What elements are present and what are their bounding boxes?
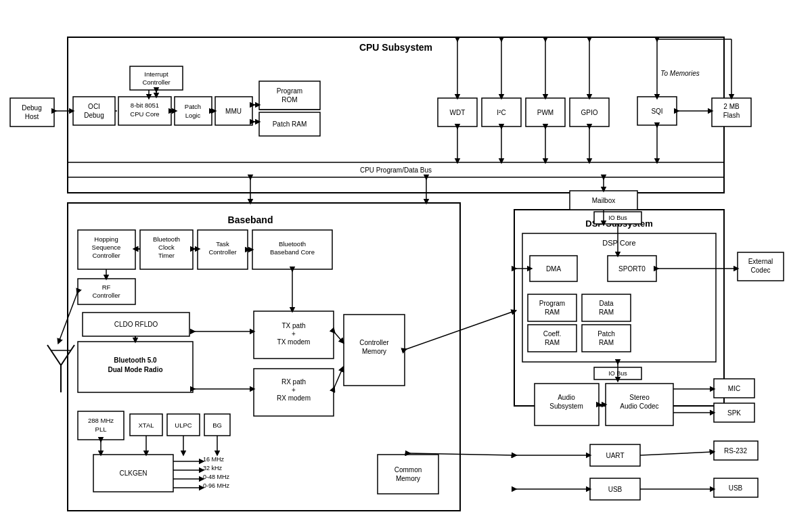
svg-text:ULPC: ULPC [175, 421, 191, 429]
svg-text:BG: BG [212, 421, 222, 429]
svg-text:RAM: RAM [545, 339, 560, 346]
svg-text:DSP Subsystem: DSP Subsystem [585, 218, 652, 229]
svg-rect-134 [378, 455, 438, 494]
svg-text:CPU Core: CPU Core [130, 110, 159, 118]
svg-rect-40 [570, 98, 609, 127]
svg-rect-119 [204, 414, 230, 436]
svg-rect-4 [68, 162, 724, 177]
svg-text:To Memories: To Memories [660, 70, 699, 77]
svg-rect-107 [83, 313, 189, 336]
svg-text:Logic: Logic [185, 112, 201, 119]
svg-text:Patch RAM: Patch RAM [273, 120, 307, 128]
svg-text:USB: USB [729, 484, 743, 492]
svg-text:+: + [292, 330, 296, 338]
svg-rect-127 [254, 369, 334, 416]
svg-rect-44 [712, 98, 751, 127]
svg-text:DSP Core: DSP Core [602, 239, 635, 247]
svg-line-175 [640, 452, 713, 455]
svg-text:MMU: MMU [225, 108, 242, 115]
svg-text:Controller: Controller [359, 339, 389, 346]
svg-text:SPORT0: SPORT0 [618, 265, 646, 273]
svg-text:Controller: Controller [92, 292, 120, 299]
svg-rect-24 [175, 97, 212, 125]
svg-text:DMA: DMA [546, 265, 562, 273]
svg-text:Controller: Controller [208, 248, 236, 256]
svg-rect-61 [582, 294, 631, 321]
svg-rect-67 [582, 325, 631, 352]
svg-rect-2 [68, 37, 724, 193]
svg-text:Hopping: Hopping [94, 235, 118, 243]
svg-text:WDT: WDT [450, 109, 466, 116]
svg-text:Audio: Audio [558, 394, 575, 401]
svg-text:UART: UART [606, 452, 624, 459]
svg-text:0-48 MHz: 0-48 MHz [203, 474, 230, 480]
svg-text:Memory: Memory [396, 475, 420, 482]
svg-line-184 [334, 369, 342, 389]
svg-text:OCI: OCI [88, 103, 100, 110]
svg-text:USB: USB [608, 486, 623, 493]
svg-text:Patch: Patch [185, 103, 201, 110]
svg-rect-70 [594, 367, 641, 380]
svg-text:Data: Data [599, 300, 614, 307]
svg-text:PWM: PWM [537, 109, 554, 116]
svg-rect-115 [130, 414, 162, 436]
svg-text:288 MHz: 288 MHz [88, 417, 114, 424]
svg-text:Program: Program [539, 300, 565, 307]
svg-rect-29 [259, 81, 320, 110]
svg-text:CLDO  RFLDO: CLDO RFLDO [114, 321, 158, 328]
svg-text:Stereo: Stereo [629, 394, 650, 401]
svg-text:RF: RF [102, 283, 111, 291]
svg-text:Controller: Controller [92, 252, 120, 259]
svg-text:32 kHz: 32 kHz [203, 465, 223, 472]
svg-text:IO Bus: IO Bus [608, 370, 627, 377]
diagram: CPU Subsystem CPU Program/Data Bus Baseb… [0, 0, 812, 529]
svg-rect-84 [590, 478, 640, 500]
svg-text:SPK: SPK [727, 409, 741, 417]
svg-rect-121 [93, 455, 173, 492]
svg-text:Host: Host [25, 113, 39, 120]
svg-text:Task: Task [216, 240, 229, 248]
svg-line-181 [59, 292, 78, 342]
svg-text:Patch: Patch [597, 330, 615, 338]
svg-rect-58 [528, 294, 577, 321]
svg-text:Flash: Flash [723, 112, 740, 119]
svg-rect-88 [714, 478, 758, 497]
svg-text:I²C: I²C [497, 109, 505, 116]
svg-rect-12 [10, 98, 54, 127]
svg-rect-42 [637, 97, 677, 125]
svg-text:RS-232: RS-232 [724, 447, 747, 455]
svg-text:RAM: RAM [599, 339, 614, 346]
svg-rect-98 [198, 230, 248, 269]
svg-text:Clock: Clock [158, 244, 175, 251]
svg-text:PLL: PLL [95, 426, 107, 433]
svg-rect-123 [254, 311, 334, 359]
svg-text:Bluetooth: Bluetooth [279, 240, 306, 248]
svg-rect-32 [259, 112, 320, 136]
svg-rect-90 [78, 230, 135, 269]
svg-rect-47 [570, 191, 637, 210]
svg-rect-18 [118, 97, 171, 125]
svg-text:Program: Program [277, 87, 302, 95]
svg-rect-51 [530, 256, 577, 281]
svg-text:IO Bus: IO Bus [608, 214, 627, 221]
svg-rect-38 [526, 98, 565, 127]
svg-rect-27 [215, 97, 252, 125]
svg-line-183 [334, 331, 342, 342]
svg-text:External: External [748, 258, 773, 265]
svg-rect-101 [252, 230, 332, 269]
svg-rect-64 [528, 325, 577, 352]
svg-text:CPU Program/Data Bus: CPU Program/Data Bus [360, 166, 432, 174]
svg-line-185 [405, 311, 514, 350]
svg-text:RAM: RAM [545, 308, 560, 316]
svg-text:RX path: RX path [281, 378, 306, 386]
svg-rect-55 [738, 252, 784, 281]
svg-text:RAM: RAM [599, 308, 614, 316]
svg-rect-21 [130, 66, 183, 90]
svg-text:Baseband Core: Baseband Core [270, 248, 315, 256]
svg-text:Coeff.: Coeff. [543, 330, 562, 338]
svg-text:TX path: TX path [281, 322, 305, 329]
svg-text:Controller: Controller [142, 78, 170, 86]
svg-rect-86 [714, 441, 758, 460]
svg-rect-10 [522, 233, 716, 362]
svg-text:Baseband: Baseband [228, 214, 273, 225]
